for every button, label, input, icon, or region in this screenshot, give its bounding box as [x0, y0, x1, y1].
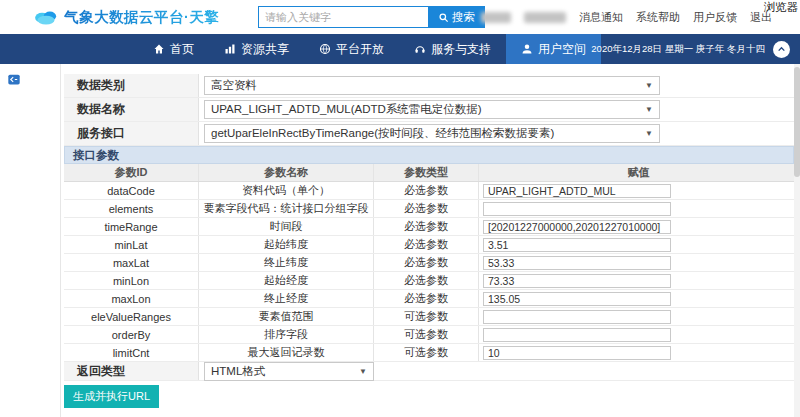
search-icon	[438, 12, 449, 23]
table-row: elements 要素字段代码：统计接口分组字段 必选参数	[64, 200, 794, 218]
param-value-input-orderBy[interactable]	[483, 328, 671, 342]
generate-url-button[interactable]: 生成并执行URL	[64, 385, 159, 408]
nav-item-user-space[interactable]: 用户空间	[506, 34, 601, 64]
service-interface-select[interactable]: getUparEleInRectByTimeRange(按时间段、经纬范围检索数…	[204, 124, 660, 143]
chevron-down-icon: ▼	[645, 105, 653, 114]
return-type-select[interactable]: HTML格式 ▼	[204, 362, 374, 381]
section-header-interface-params: 接口参数	[64, 146, 794, 164]
scrollbar-thumb[interactable]	[794, 67, 800, 177]
param-value-input-limitCnt[interactable]	[483, 346, 671, 360]
param-id: eleValueRanges	[64, 308, 199, 325]
return-type-label: 返回类型	[64, 362, 199, 380]
logo-cloud-icon	[32, 7, 60, 27]
nav-items: 首页 资源共享 平台开放 服务与支持 用户空间	[138, 34, 601, 64]
top-bar: 气象大数据云平台·天擎 搜索 消息通知 系统帮助 用户反馈 退出 浏览器	[0, 0, 800, 34]
param-name: 终止纬度	[199, 254, 374, 271]
param-type: 必选参数	[374, 290, 479, 307]
browser-label[interactable]: 浏览器	[764, 0, 799, 15]
bar-chart-icon	[224, 43, 236, 55]
param-value-input-minLat[interactable]	[483, 238, 671, 252]
param-value-input-dataCode[interactable]	[483, 184, 671, 198]
form-row-data-category: 数据类别 高空资料 ▼	[64, 74, 794, 98]
form-row-data-name: 数据名称 UPAR_LIGHT_ADTD_MUL(ADTD系统雷电定位数据) ▼	[64, 98, 794, 122]
param-value-input-maxLat[interactable]	[483, 256, 671, 270]
service-interface-label: 服务接口	[64, 122, 199, 145]
globe-icon	[319, 43, 331, 55]
search-button[interactable]: 搜索	[428, 6, 485, 28]
nav-right: 2020年12月28日 星期一 庚子年 冬月十四	[591, 41, 790, 58]
col-header-param-type: 参数类型	[374, 164, 479, 181]
param-type: 必选参数	[374, 236, 479, 253]
col-header-param-id: 参数ID	[64, 164, 199, 181]
chevron-down-icon: ▼	[645, 129, 653, 138]
link-user-feedback[interactable]: 用户反馈	[693, 10, 737, 25]
col-header-param-name: 参数名称	[199, 164, 374, 181]
param-type: 必选参数	[374, 218, 479, 235]
param-id: elements	[64, 200, 199, 217]
home-icon	[153, 43, 165, 55]
form-row-return-type: 返回类型 HTML格式 ▼	[64, 362, 794, 381]
col-header-param-value: 赋值	[479, 164, 794, 181]
table-row: minLon 起始经度 必选参数	[64, 272, 794, 290]
nav-date: 2020年12月28日 星期一 庚子年 冬月十四	[591, 43, 765, 56]
form-row-service-interface: 服务接口 getUparEleInRectByTimeRange(按时间段、经纬…	[64, 122, 794, 146]
chevron-down-icon: ▼	[645, 81, 653, 90]
data-category-select[interactable]: 高空资料 ▼	[204, 76, 660, 95]
search-box: 搜索	[258, 6, 485, 28]
redacted-user-info	[524, 12, 566, 23]
table-row: maxLon 终止经度 必选参数	[64, 290, 794, 308]
param-id: minLon	[64, 272, 199, 289]
param-id: limitCnt	[64, 344, 199, 361]
chevron-down-icon: ▼	[359, 367, 367, 376]
scrollbar[interactable]	[794, 64, 800, 417]
param-name: 要素字段代码：统计接口分组字段	[199, 200, 374, 217]
param-value-input-timeRange[interactable]	[483, 220, 671, 234]
param-value-input-elements[interactable]	[483, 202, 671, 216]
param-value-input-eleValueRanges[interactable]	[483, 310, 671, 324]
param-table-header: 参数ID 参数名称 参数类型 赋值	[64, 164, 794, 182]
param-type: 必选参数	[374, 200, 479, 217]
param-type: 必选参数	[374, 182, 479, 199]
param-name: 时间段	[199, 218, 374, 235]
user-icon	[521, 43, 533, 55]
nav-item-platform-open[interactable]: 平台开放	[304, 34, 399, 64]
table-row: timeRange 时间段 必选参数	[64, 218, 794, 236]
nav-item-resource-share[interactable]: 资源共享	[209, 34, 304, 64]
table-row: dataCode 资料代码（单个） 必选参数	[64, 182, 794, 200]
side-divider	[60, 64, 61, 417]
param-type: 可选参数	[374, 308, 479, 325]
param-name: 起始纬度	[199, 236, 374, 253]
data-name-label: 数据名称	[64, 98, 199, 121]
param-type: 可选参数	[374, 344, 479, 361]
sidebar-collapse-icon[interactable]	[7, 73, 21, 86]
param-name: 最大返回记录数	[199, 344, 374, 361]
scroll-top-button[interactable]	[773, 41, 790, 58]
table-row: minLat 起始纬度 必选参数	[64, 236, 794, 254]
search-input[interactable]	[258, 6, 428, 28]
param-name: 要素值范围	[199, 308, 374, 325]
param-id: maxLon	[64, 290, 199, 307]
redacted-user-info	[481, 12, 511, 23]
param-name: 排序字段	[199, 326, 374, 343]
param-value-input-maxLon[interactable]	[483, 292, 671, 306]
link-system-help[interactable]: 系统帮助	[636, 10, 680, 25]
table-row: eleValueRanges 要素值范围 可选参数	[64, 308, 794, 326]
headset-icon	[414, 43, 426, 55]
param-type: 必选参数	[374, 272, 479, 289]
main-content: 数据类别 高空资料 ▼ 数据名称 UPAR_LIGHT_ADTD_MUL(ADT…	[0, 64, 800, 417]
top-right-links: 消息通知 系统帮助 用户反馈 退出	[481, 10, 772, 25]
link-message-notice[interactable]: 消息通知	[579, 10, 623, 25]
chevron-up-icon	[777, 45, 786, 54]
param-value-input-minLon[interactable]	[483, 274, 671, 288]
param-name: 终止经度	[199, 290, 374, 307]
nav-item-service-support[interactable]: 服务与支持	[399, 34, 506, 64]
data-name-select[interactable]: UPAR_LIGHT_ADTD_MUL(ADTD系统雷电定位数据) ▼	[204, 100, 660, 119]
table-row: orderBy 排序字段 可选参数	[64, 326, 794, 344]
param-id: orderBy	[64, 326, 199, 343]
param-type: 可选参数	[374, 326, 479, 343]
param-id: timeRange	[64, 218, 199, 235]
table-row: limitCnt 最大返回记录数 可选参数	[64, 344, 794, 362]
main-nav: 首页 资源共享 平台开放 服务与支持 用户空间 2020年	[0, 34, 800, 64]
data-category-label: 数据类别	[64, 74, 199, 97]
nav-item-home[interactable]: 首页	[138, 34, 209, 64]
